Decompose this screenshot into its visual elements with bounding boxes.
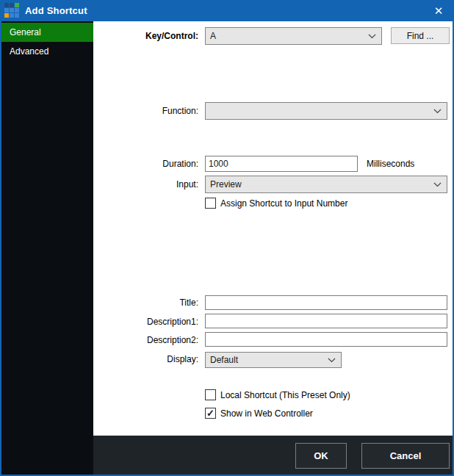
key-control-label: Key/Control: — [104, 31, 198, 42]
display-label: Display: — [104, 354, 198, 365]
add-shortcut-dialog: Add Shortcut ✕ General Advanced Key/Cont… — [0, 0, 454, 476]
description2-input[interactable] — [205, 332, 447, 347]
find-button[interactable]: Find ... — [391, 27, 450, 44]
cancel-button[interactable]: Cancel — [361, 443, 450, 469]
window-title: Add Shortcut — [25, 0, 87, 21]
footer-bar: OK Cancel — [93, 436, 453, 475]
sidebar-item-general[interactable]: General — [1, 23, 93, 42]
local-shortcut-checkbox[interactable]: ✓ — [205, 389, 216, 400]
description1-label: Description1: — [104, 317, 198, 328]
input-dropdown[interactable]: Preview — [205, 176, 447, 193]
function-label: Function: — [104, 106, 198, 117]
logo-square — [15, 13, 19, 18]
web-controller-checkbox[interactable]: ✓ — [205, 408, 216, 419]
titlebar[interactable]: Add Shortcut ✕ — [0, 0, 454, 21]
input-value: Preview — [210, 179, 242, 190]
duration-label: Duration: — [104, 159, 198, 170]
logo-square — [4, 13, 9, 18]
local-shortcut-label: Local Shortcut (This Preset Only) — [220, 389, 350, 401]
chevron-down-icon — [433, 109, 442, 114]
ok-button[interactable]: OK — [295, 443, 347, 469]
chevron-down-icon — [368, 34, 376, 39]
function-dropdown[interactable] — [205, 102, 447, 120]
key-control-value: A — [210, 31, 216, 41]
milliseconds-label: Milliseconds — [367, 159, 414, 170]
description1-input[interactable] — [205, 314, 447, 328]
chevron-down-icon — [433, 182, 442, 187]
display-dropdown[interactable]: Default — [205, 352, 342, 368]
title-input[interactable] — [205, 295, 447, 310]
app-logo-icon — [4, 3, 19, 18]
logo-square — [10, 3, 14, 7]
display-value: Default — [210, 355, 238, 365]
sidebar: General Advanced — [1, 21, 93, 475]
logo-square — [4, 8, 9, 12]
check-icon: ✓ — [206, 408, 215, 418]
key-control-dropdown[interactable]: A — [205, 27, 382, 45]
title-label: Title: — [104, 298, 198, 309]
assign-input-number-checkbox[interactable]: ✓ — [205, 198, 216, 209]
input-label: Input: — [104, 179, 198, 190]
logo-square — [10, 13, 14, 18]
duration-input[interactable] — [205, 156, 358, 172]
general-panel: Key/Control: A Find ... Function: Durati… — [93, 21, 453, 436]
sidebar-item-advanced[interactable]: Advanced — [1, 42, 93, 61]
chevron-down-icon — [328, 358, 336, 363]
web-controller-label: Show in Web Controller — [220, 408, 313, 419]
logo-square — [4, 3, 9, 7]
close-icon[interactable]: ✕ — [426, 0, 451, 21]
assign-input-number-label: Assign Shortcut to Input Number — [220, 198, 347, 209]
description2-label: Description2: — [104, 335, 198, 346]
logo-square — [10, 8, 14, 12]
logo-square — [15, 8, 19, 12]
logo-square — [15, 3, 19, 7]
